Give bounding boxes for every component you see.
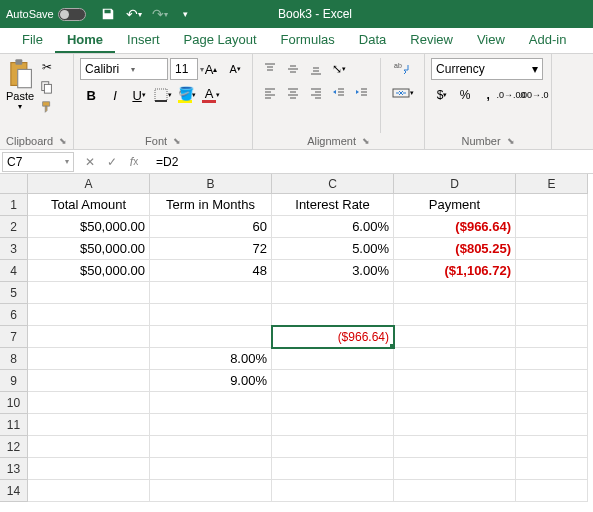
row-header-2[interactable]: 2 — [0, 216, 28, 238]
decrease-decimal-icon[interactable]: .00→.0 — [523, 84, 545, 106]
cell-D5[interactable] — [394, 282, 516, 304]
cell-B14[interactable] — [150, 480, 272, 502]
increase-font-icon[interactable]: A▴ — [200, 58, 222, 80]
row-header-4[interactable]: 4 — [0, 260, 28, 282]
cell-D13[interactable] — [394, 458, 516, 480]
row-header-14[interactable]: 14 — [0, 480, 28, 502]
cell-D14[interactable] — [394, 480, 516, 502]
cell-E12[interactable] — [516, 436, 588, 458]
align-left-icon[interactable] — [259, 82, 281, 104]
cell-A11[interactable] — [28, 414, 150, 436]
col-header-B[interactable]: B — [150, 174, 272, 194]
cell-A5[interactable] — [28, 282, 150, 304]
fill-color-button[interactable]: 🪣▾ — [176, 84, 198, 106]
cell-D12[interactable] — [394, 436, 516, 458]
bold-button[interactable]: B — [80, 84, 102, 106]
col-header-D[interactable]: D — [394, 174, 516, 194]
cell-C14[interactable] — [272, 480, 394, 502]
cell-E9[interactable] — [516, 370, 588, 392]
cell-C7[interactable]: ($966.64) — [272, 326, 394, 348]
row-header-1[interactable]: 1 — [0, 194, 28, 216]
cell-C11[interactable] — [272, 414, 394, 436]
orientation-icon[interactable]: ⤡▾ — [328, 58, 350, 80]
cell-E14[interactable] — [516, 480, 588, 502]
cell-B4[interactable]: 48 — [150, 260, 272, 282]
tab-addins[interactable]: Add-in — [517, 28, 579, 53]
formula-input[interactable]: =D2 — [150, 155, 593, 169]
cell-E8[interactable] — [516, 348, 588, 370]
cell-C12[interactable] — [272, 436, 394, 458]
cell-E6[interactable] — [516, 304, 588, 326]
clipboard-launcher-icon[interactable]: ⬊ — [59, 136, 67, 146]
align-bottom-icon[interactable] — [305, 58, 327, 80]
cell-B2[interactable]: 60 — [150, 216, 272, 238]
font-color-button[interactable]: A▾ — [200, 84, 222, 106]
cell-E5[interactable] — [516, 282, 588, 304]
cell-D10[interactable] — [394, 392, 516, 414]
save-icon[interactable] — [96, 2, 120, 26]
align-center-icon[interactable] — [282, 82, 304, 104]
paste-dropdown-icon[interactable]: ▾ — [18, 102, 22, 111]
font-name-select[interactable]: Calibri▾ — [80, 58, 168, 80]
cell-D2[interactable]: ($966.64) — [394, 216, 516, 238]
row-header-12[interactable]: 12 — [0, 436, 28, 458]
cell-C13[interactable] — [272, 458, 394, 480]
font-launcher-icon[interactable]: ⬊ — [173, 136, 181, 146]
cancel-formula-icon[interactable]: ✕ — [80, 152, 100, 172]
tab-page-layout[interactable]: Page Layout — [172, 28, 269, 53]
cell-A13[interactable] — [28, 458, 150, 480]
format-painter-icon[interactable] — [37, 98, 57, 116]
paste-label[interactable]: Paste — [6, 90, 34, 102]
copy-icon[interactable] — [37, 78, 57, 96]
fx-icon[interactable]: fx — [124, 152, 144, 172]
cell-B5[interactable] — [150, 282, 272, 304]
cell-B11[interactable] — [150, 414, 272, 436]
number-format-select[interactable]: Currency▾ — [431, 58, 543, 80]
cell-A9[interactable] — [28, 370, 150, 392]
cell-E2[interactable] — [516, 216, 588, 238]
autosave-toggle[interactable]: AutoSave — [6, 8, 86, 21]
qat-customize-icon[interactable]: ▾ — [174, 2, 198, 26]
cell-A6[interactable] — [28, 304, 150, 326]
cell-A10[interactable] — [28, 392, 150, 414]
cell-D6[interactable] — [394, 304, 516, 326]
row-header-5[interactable]: 5 — [0, 282, 28, 304]
row-header-13[interactable]: 13 — [0, 458, 28, 480]
underline-button[interactable]: U▾ — [128, 84, 150, 106]
accounting-format-icon[interactable]: $▾ — [431, 84, 453, 106]
cell-C3[interactable]: 5.00% — [272, 238, 394, 260]
number-launcher-icon[interactable]: ⬊ — [507, 136, 515, 146]
cell-C1[interactable]: Interest Rate — [272, 194, 394, 216]
name-box[interactable]: C7▾ — [2, 152, 74, 172]
col-header-A[interactable]: A — [28, 174, 150, 194]
row-header-3[interactable]: 3 — [0, 238, 28, 260]
merge-center-icon[interactable]: ▾ — [388, 82, 418, 104]
row-header-11[interactable]: 11 — [0, 414, 28, 436]
align-top-icon[interactable] — [259, 58, 281, 80]
italic-button[interactable]: I — [104, 84, 126, 106]
cell-B3[interactable]: 72 — [150, 238, 272, 260]
cell-B10[interactable] — [150, 392, 272, 414]
cell-E7[interactable] — [516, 326, 588, 348]
cell-B13[interactable] — [150, 458, 272, 480]
cell-A14[interactable] — [28, 480, 150, 502]
cell-A2[interactable]: $50,000.00 — [28, 216, 150, 238]
toggle-off-icon[interactable] — [58, 8, 86, 21]
alignment-launcher-icon[interactable]: ⬊ — [362, 136, 370, 146]
cell-D9[interactable] — [394, 370, 516, 392]
cell-B8[interactable]: 8.00% — [150, 348, 272, 370]
cell-D1[interactable]: Payment — [394, 194, 516, 216]
cell-A1[interactable]: Total Amount — [28, 194, 150, 216]
cell-B1[interactable]: Term in Months — [150, 194, 272, 216]
cell-C4[interactable]: 3.00% — [272, 260, 394, 282]
cell-D11[interactable] — [394, 414, 516, 436]
tab-data[interactable]: Data — [347, 28, 398, 53]
cell-E4[interactable] — [516, 260, 588, 282]
wrap-text-icon[interactable]: ab — [388, 58, 418, 80]
tab-insert[interactable]: Insert — [115, 28, 172, 53]
cell-C2[interactable]: 6.00% — [272, 216, 394, 238]
undo-icon[interactable]: ↶▾ — [122, 2, 146, 26]
tab-view[interactable]: View — [465, 28, 517, 53]
cell-A12[interactable] — [28, 436, 150, 458]
tab-formulas[interactable]: Formulas — [269, 28, 347, 53]
